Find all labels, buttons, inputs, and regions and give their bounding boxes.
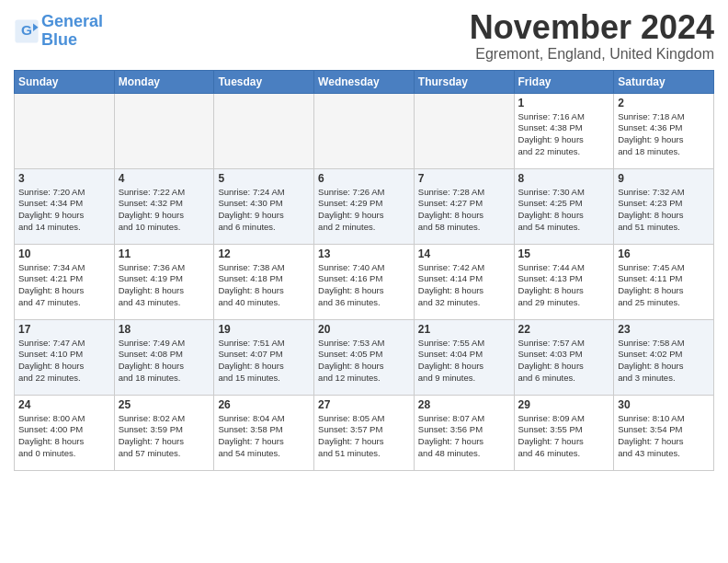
day-info: Sunrise: 7:26 AM Sunset: 4:29 PM Dayligh… — [318, 187, 410, 234]
calendar-cell: 30Sunrise: 8:10 AM Sunset: 3:54 PM Dayli… — [614, 395, 714, 470]
day-info: Sunrise: 7:47 AM Sunset: 4:10 PM Dayligh… — [18, 338, 110, 385]
weekday-header-sunday: Sunday — [15, 70, 115, 93]
day-number: 21 — [418, 323, 510, 336]
day-info: Sunrise: 7:49 AM Sunset: 4:08 PM Dayligh… — [119, 338, 210, 385]
day-number: 28 — [418, 398, 510, 411]
calendar-cell: 6Sunrise: 7:26 AM Sunset: 4:29 PM Daylig… — [314, 168, 415, 244]
header: G General Blue November 2024 Egremont, E… — [14, 9, 714, 63]
calendar-cell: 10Sunrise: 7:34 AM Sunset: 4:21 PM Dayli… — [15, 244, 115, 319]
calendar-cell: 9Sunrise: 7:32 AM Sunset: 4:23 PM Daylig… — [614, 168, 714, 244]
calendar-cell: 3Sunrise: 7:20 AM Sunset: 4:34 PM Daylig… — [15, 168, 115, 244]
calendar-cell: 15Sunrise: 7:44 AM Sunset: 4:13 PM Dayli… — [514, 244, 614, 319]
day-number: 12 — [218, 247, 310, 260]
logo-text: General Blue — [41, 13, 103, 50]
day-number: 2 — [618, 97, 710, 109]
day-info: Sunrise: 8:10 AM Sunset: 3:54 PM Dayligh… — [618, 413, 710, 460]
calendar-cell: 24Sunrise: 8:00 AM Sunset: 4:00 PM Dayli… — [15, 395, 115, 470]
day-number: 22 — [518, 323, 610, 336]
calendar-cell: 7Sunrise: 7:28 AM Sunset: 4:27 PM Daylig… — [414, 168, 514, 244]
calendar-cell: 16Sunrise: 7:45 AM Sunset: 4:11 PM Dayli… — [614, 244, 714, 319]
day-number: 23 — [618, 323, 710, 336]
weekday-header-friday: Friday — [514, 70, 614, 93]
day-info: Sunrise: 7:16 AM Sunset: 4:38 PM Dayligh… — [518, 111, 610, 158]
weekday-header-tuesday: Tuesday — [214, 70, 314, 93]
day-info: Sunrise: 7:30 AM Sunset: 4:25 PM Dayligh… — [518, 187, 610, 234]
day-info: Sunrise: 7:55 AM Sunset: 4:04 PM Dayligh… — [418, 338, 510, 385]
calendar-cell — [214, 93, 314, 168]
day-info: Sunrise: 7:20 AM Sunset: 4:34 PM Dayligh… — [18, 187, 110, 234]
day-number: 30 — [618, 398, 710, 411]
month-title: November 2024 — [470, 9, 714, 46]
day-number: 26 — [218, 398, 310, 411]
day-info: Sunrise: 7:42 AM Sunset: 4:14 PM Dayligh… — [418, 262, 510, 309]
calendar-cell: 29Sunrise: 8:09 AM Sunset: 3:55 PM Dayli… — [514, 395, 614, 470]
week-row-3: 10Sunrise: 7:34 AM Sunset: 4:21 PM Dayli… — [15, 244, 714, 319]
calendar-cell: 5Sunrise: 7:24 AM Sunset: 4:30 PM Daylig… — [214, 168, 314, 244]
day-number: 15 — [518, 247, 610, 260]
week-row-5: 24Sunrise: 8:00 AM Sunset: 4:00 PM Dayli… — [15, 395, 714, 470]
calendar-cell: 2Sunrise: 7:18 AM Sunset: 4:36 PM Daylig… — [614, 93, 714, 168]
calendar-cell: 14Sunrise: 7:42 AM Sunset: 4:14 PM Dayli… — [414, 244, 514, 319]
day-number: 25 — [119, 398, 210, 411]
day-info: Sunrise: 7:34 AM Sunset: 4:21 PM Dayligh… — [18, 262, 110, 309]
day-info: Sunrise: 7:57 AM Sunset: 4:03 PM Dayligh… — [518, 338, 610, 385]
weekday-header-row: SundayMondayTuesdayWednesdayThursdayFrid… — [15, 70, 714, 93]
calendar-cell — [114, 93, 214, 168]
calendar-cell: 12Sunrise: 7:38 AM Sunset: 4:18 PM Dayli… — [214, 244, 314, 319]
calendar-cell — [414, 93, 514, 168]
calendar-cell: 18Sunrise: 7:49 AM Sunset: 4:08 PM Dayli… — [114, 319, 214, 395]
calendar-cell: 4Sunrise: 7:22 AM Sunset: 4:32 PM Daylig… — [114, 168, 214, 244]
day-info: Sunrise: 7:45 AM Sunset: 4:11 PM Dayligh… — [618, 262, 710, 309]
logo-line2: Blue — [41, 30, 77, 49]
day-number: 7 — [418, 172, 510, 185]
calendar-container: G General Blue November 2024 Egremont, E… — [0, 0, 728, 480]
day-info: Sunrise: 7:40 AM Sunset: 4:16 PM Dayligh… — [318, 262, 410, 309]
day-number: 16 — [618, 247, 710, 260]
logo-line1: General — [41, 12, 103, 30]
weekday-header-wednesday: Wednesday — [314, 70, 415, 93]
day-number: 17 — [18, 323, 110, 336]
day-number: 13 — [318, 247, 410, 260]
calendar-cell: 20Sunrise: 7:53 AM Sunset: 4:05 PM Dayli… — [314, 319, 415, 395]
day-number: 18 — [119, 323, 210, 336]
day-info: Sunrise: 7:36 AM Sunset: 4:19 PM Dayligh… — [119, 262, 210, 309]
day-number: 19 — [218, 323, 310, 336]
day-info: Sunrise: 7:38 AM Sunset: 4:18 PM Dayligh… — [218, 262, 310, 309]
logo: G General Blue — [14, 13, 103, 50]
calendar-cell: 17Sunrise: 7:47 AM Sunset: 4:10 PM Dayli… — [15, 319, 115, 395]
day-number: 6 — [318, 172, 410, 185]
day-number: 24 — [18, 398, 110, 411]
day-number: 27 — [318, 398, 410, 411]
title-block: November 2024 Egremont, England, United … — [470, 9, 714, 63]
day-info: Sunrise: 7:28 AM Sunset: 4:27 PM Dayligh… — [418, 187, 510, 234]
day-info: Sunrise: 7:18 AM Sunset: 4:36 PM Dayligh… — [618, 111, 710, 158]
calendar-cell: 19Sunrise: 7:51 AM Sunset: 4:07 PM Dayli… — [214, 319, 314, 395]
weekday-header-monday: Monday — [114, 70, 214, 93]
calendar-cell — [314, 93, 415, 168]
day-number: 8 — [518, 172, 610, 185]
day-info: Sunrise: 7:22 AM Sunset: 4:32 PM Dayligh… — [119, 187, 210, 234]
day-number: 5 — [218, 172, 310, 185]
week-row-1: 1Sunrise: 7:16 AM Sunset: 4:38 PM Daylig… — [15, 93, 714, 168]
calendar-cell: 27Sunrise: 8:05 AM Sunset: 3:57 PM Dayli… — [314, 395, 415, 470]
week-row-2: 3Sunrise: 7:20 AM Sunset: 4:34 PM Daylig… — [15, 168, 714, 244]
day-info: Sunrise: 8:07 AM Sunset: 3:56 PM Dayligh… — [418, 413, 510, 460]
weekday-header-saturday: Saturday — [614, 70, 714, 93]
calendar-cell: 13Sunrise: 7:40 AM Sunset: 4:16 PM Dayli… — [314, 244, 415, 319]
day-info: Sunrise: 8:00 AM Sunset: 4:00 PM Dayligh… — [18, 413, 110, 460]
day-info: Sunrise: 8:05 AM Sunset: 3:57 PM Dayligh… — [318, 413, 410, 460]
day-number: 1 — [518, 97, 610, 109]
day-number: 4 — [119, 172, 210, 185]
day-info: Sunrise: 8:09 AM Sunset: 3:55 PM Dayligh… — [518, 413, 610, 460]
day-number: 20 — [318, 323, 410, 336]
week-row-4: 17Sunrise: 7:47 AM Sunset: 4:10 PM Dayli… — [15, 319, 714, 395]
day-number: 3 — [18, 172, 110, 185]
day-info: Sunrise: 7:53 AM Sunset: 4:05 PM Dayligh… — [318, 338, 410, 385]
day-number: 14 — [418, 247, 510, 260]
day-number: 11 — [119, 247, 210, 260]
location: Egremont, England, United Kingdom — [470, 46, 714, 63]
day-number: 10 — [18, 247, 110, 260]
calendar-cell: 26Sunrise: 8:04 AM Sunset: 3:58 PM Dayli… — [214, 395, 314, 470]
calendar-cell: 1Sunrise: 7:16 AM Sunset: 4:38 PM Daylig… — [514, 93, 614, 168]
weekday-header-thursday: Thursday — [414, 70, 514, 93]
